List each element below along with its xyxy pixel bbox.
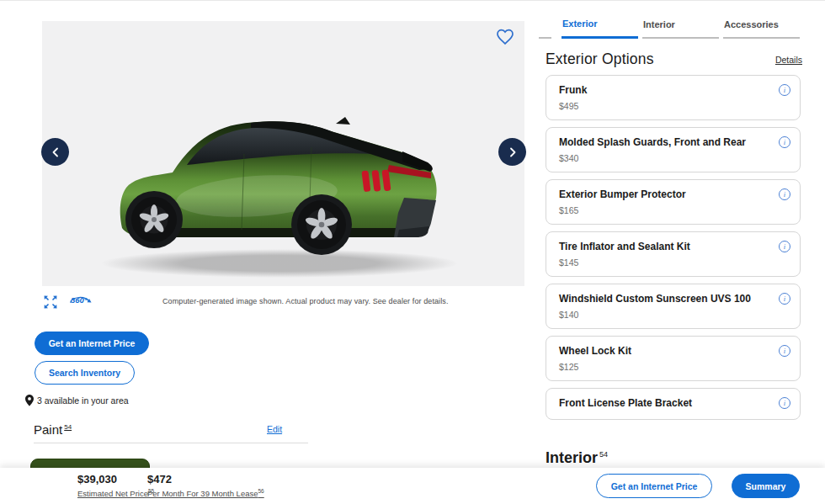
option-title: Molded Splash Guards, Front and Rear <box>559 137 771 149</box>
option-title: Exterior Bumper Protector <box>559 189 771 201</box>
vehicle-configurator-page: 360° Computer-generated image shown. Act… <box>0 0 825 504</box>
info-icon[interactable]: i <box>779 84 790 96</box>
lease-price-amount: $472 <box>147 473 264 485</box>
chevron-left-icon <box>51 147 60 157</box>
info-icon[interactable]: i <box>779 188 790 200</box>
exterior-options-heading: Exterior Options <box>546 50 654 68</box>
fullscreen-expand-icon[interactable] <box>43 294 58 310</box>
option-price: $125 <box>559 362 771 372</box>
options-list: Frunk $495 i Molded Splash Guards, Front… <box>546 75 801 427</box>
option-price: $140 <box>559 310 771 320</box>
paint-section-title: Paint54 <box>34 422 72 437</box>
paint-edit-link[interactable]: Edit <box>267 424 282 434</box>
availability-row: 3 available in your area <box>25 395 129 406</box>
rotate-360-icon[interactable]: 360° <box>67 292 93 310</box>
option-card[interactable]: Windshield Custom Sunscreen UVS 100 $140… <box>546 284 801 329</box>
option-card[interactable]: Wheel Lock Kit $125 i <box>546 336 801 381</box>
option-title: Tire Inflator and Sealant Kit <box>559 241 771 253</box>
availability-text: 3 available in your area <box>37 395 129 406</box>
carousel-next-button[interactable] <box>498 138 526 166</box>
bar-get-internet-price-button[interactable]: Get an Internet Price <box>596 474 712 498</box>
option-price: $145 <box>559 257 771 268</box>
favorite-heart-icon[interactable] <box>494 27 516 49</box>
option-card[interactable]: Molded Splash Guards, Front and Rear $34… <box>546 127 801 172</box>
rotate-360-label: 360° <box>71 295 88 305</box>
chevron-right-icon <box>508 147 517 157</box>
option-card[interactable]: Front License Plate Bracket i <box>546 388 801 420</box>
vehicle-image-stage <box>42 21 524 286</box>
option-title: Wheel Lock Kit <box>559 346 771 358</box>
net-price-amount: $39,030 <box>77 473 154 485</box>
paint-footnote[interactable]: 54 <box>64 423 72 431</box>
info-icon[interactable]: i <box>779 345 790 357</box>
media-controls-row: 360° Computer-generated image shown. Act… <box>42 291 524 311</box>
price-summary-bar: $39,030 Estimated Net Price55 $472 Per M… <box>0 468 825 504</box>
details-link[interactable]: Details <box>775 55 802 65</box>
carousel-prev-button[interactable] <box>41 138 69 166</box>
option-title: Frunk <box>559 85 771 97</box>
info-icon[interactable]: i <box>779 397 790 409</box>
interior-section-title: Interior54 <box>546 449 608 467</box>
image-disclaimer: Computer-generated image shown. Actual p… <box>162 297 449 305</box>
info-icon[interactable]: i <box>779 136 790 148</box>
option-card[interactable]: Tire Inflator and Sealant Kit $145 i <box>546 231 801 277</box>
vehicle-image <box>42 21 524 286</box>
option-price: $340 <box>559 153 771 163</box>
option-card[interactable]: Frunk $495 i <box>546 75 801 120</box>
info-icon[interactable]: i <box>779 241 790 252</box>
option-price: $165 <box>559 205 771 215</box>
heart-icon <box>495 27 515 47</box>
net-price-label[interactable]: Estimated Net Price55 <box>77 488 154 498</box>
option-card[interactable]: Exterior Bumper Protector $165 i <box>546 179 801 225</box>
info-icon[interactable]: i <box>779 293 790 305</box>
tab-accessories[interactable]: Accessories <box>723 14 800 39</box>
tab-exterior[interactable]: Exterior <box>562 13 638 39</box>
get-internet-price-button[interactable]: Get an Internet Price <box>35 332 149 355</box>
option-price: $495 <box>559 101 771 111</box>
tab-interior[interactable]: Interior <box>642 14 719 39</box>
lease-price-label[interactable]: Per Month For 39 Month Lease56 <box>147 488 264 498</box>
summary-button[interactable]: Summary <box>732 474 800 498</box>
location-pin-icon <box>25 395 34 406</box>
tabs-leading-rule <box>539 13 551 39</box>
net-price-group: $39,030 Estimated Net Price55 <box>77 473 154 498</box>
interior-footnote: 54 <box>599 450 608 459</box>
search-inventory-button[interactable]: Search Inventory <box>35 361 135 385</box>
options-tabs: Exterior Interior Accessories <box>539 13 804 39</box>
option-title: Windshield Custom Sunscreen UVS 100 <box>559 294 771 305</box>
paint-divider <box>34 443 308 443</box>
options-panel: Exterior Interior Accessories Exterior O… <box>539 0 806 468</box>
lease-price-group: $472 Per Month For 39 Month Lease56 <box>147 473 264 498</box>
option-title: Front License Plate Bracket <box>559 398 771 410</box>
